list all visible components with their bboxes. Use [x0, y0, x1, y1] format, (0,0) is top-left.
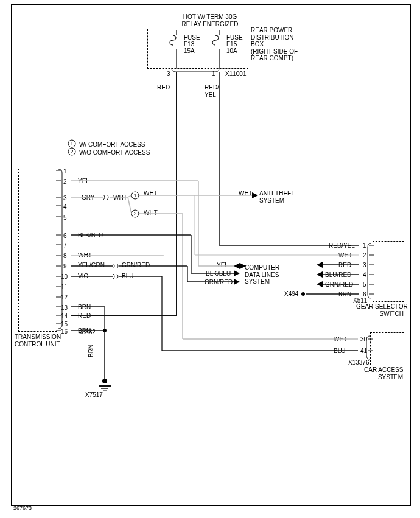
- anti-theft-label: ANTI-THEFT SYSTEM: [259, 190, 295, 204]
- wire-red: RED: [157, 84, 170, 91]
- wire-tcu4up: WHT: [144, 190, 158, 197]
- wire-cds-grnred: GRN/RED: [205, 279, 233, 286]
- cas-box: [370, 332, 404, 365]
- cas-label: CAR ACCESS SYSTEM: [364, 366, 403, 380]
- wire-cas41: BLU: [334, 348, 345, 355]
- wire-tcu16: BRN: [78, 327, 91, 335]
- gss-label: GEAR SELECTOR SWITCH: [356, 303, 404, 317]
- wire-gss2: WHT: [338, 252, 352, 259]
- wire-anti-wht: WHT: [239, 190, 253, 197]
- fuse-f13-amp: 15A: [184, 47, 195, 55]
- gss-pin-2: 2: [363, 252, 366, 259]
- wire-gss5: GRN/RED: [325, 281, 353, 289]
- tcu-pin-9: 9: [63, 263, 67, 270]
- wire-tcu4b: WHT: [113, 194, 127, 201]
- tcu-pin-7: 7: [63, 242, 67, 250]
- wire-tcu10a: VIO: [78, 273, 88, 280]
- cds-label: COMPUTER DATA LINES SYSTEM: [245, 264, 279, 285]
- gss-pin-6: 6: [363, 291, 366, 298]
- gss-conn2: X494: [284, 290, 298, 298]
- gss-pin-4: 4: [363, 271, 366, 279]
- rpdb-pin-3: 3: [167, 71, 170, 78]
- rpdb-pin-1: 1: [212, 71, 215, 78]
- tcu-pin-5: 5: [63, 214, 67, 222]
- cas-pin-30: 30: [360, 336, 367, 343]
- fuse-f13-label: FUSE: [184, 34, 200, 41]
- ground-ref: X7517: [85, 391, 103, 399]
- tcu-pin-3: 3: [63, 195, 67, 202]
- wire-tcu4dn: WHT: [144, 209, 158, 217]
- title: HOT W/ TERM 30G RELAY ENERGIZED: [158, 13, 262, 27]
- wire-tcu2: YEL: [78, 178, 89, 185]
- note1-text: W/ COMFORT ACCESS: [79, 141, 145, 149]
- wire-gss6: BRN: [338, 291, 351, 298]
- tcu-pin-12: 12: [61, 294, 68, 301]
- footer-ref: 267673: [13, 505, 32, 511]
- tcu-pin-14: 14: [61, 313, 68, 320]
- tcu-pin-4: 4: [63, 203, 67, 211]
- wire-tcu13: BRN: [78, 304, 91, 311]
- wire-cds-yel: YEL: [217, 262, 228, 269]
- tcu-pin-16: 16: [61, 328, 68, 335]
- wire-tcu9b: GRN/RED: [122, 262, 150, 269]
- tcu-pin-8: 8: [63, 253, 67, 260]
- wire-gnd: BRN: [88, 345, 95, 357]
- tcu-box: [18, 169, 57, 332]
- gss-pin-5: 5: [363, 281, 366, 289]
- wire-tcu4a: GRY: [82, 194, 95, 201]
- wire-gss3: RED: [338, 262, 351, 269]
- rpdb-label: REAR POWER DISTRIBUTION BOX (RIGHT SIDE …: [251, 27, 298, 62]
- tcu-pin-6: 6: [63, 233, 67, 240]
- note2-text: W/O COMFORT ACCESS: [79, 149, 150, 156]
- rpdb-conn: X11001: [225, 71, 246, 78]
- tcu-pin-13: 13: [61, 304, 68, 312]
- tcu-pin-15: 15: [61, 321, 68, 328]
- tcu-pin-10: 10: [61, 273, 68, 281]
- gss-pin-1: 1: [363, 242, 366, 250]
- tcu-label: TRANSMISSION CONTROL UNIT: [15, 334, 61, 348]
- tcu-pin-11: 11: [61, 284, 68, 291]
- wire-tcu8: WHT: [78, 252, 92, 259]
- tcu-pin-2: 2: [63, 178, 67, 186]
- wire-gss1: RED/YEL: [329, 242, 355, 250]
- wire-cds-blkblu: BLK/BLU: [206, 270, 231, 278]
- gss-pin-3: 3: [363, 262, 366, 269]
- tcu-pin-1: 1: [63, 168, 67, 175]
- fuse-f15-label: FUSE: [226, 34, 243, 41]
- gss-conn: X511: [353, 297, 367, 304]
- gss-box: [373, 241, 404, 302]
- wire-redyel: RED/ YEL: [205, 84, 219, 98]
- wire-tcu14: RED: [78, 312, 91, 320]
- wire-tcu9a: YEL/GRN: [78, 262, 105, 269]
- cas-pin-41: 41: [360, 348, 367, 355]
- cas-conn: X13376: [348, 359, 369, 366]
- fuse-f13-name: F13: [184, 41, 194, 48]
- wire-tcu10b: BLU: [122, 273, 133, 280]
- fuse-f15-amp: 10A: [226, 47, 237, 55]
- wire-gss4: BLU/RED: [325, 271, 351, 279]
- wire-cas30: WHT: [334, 336, 348, 343]
- wire-tcu6: BLK/BLU: [78, 232, 103, 239]
- fuse-f15-name: F15: [226, 41, 237, 48]
